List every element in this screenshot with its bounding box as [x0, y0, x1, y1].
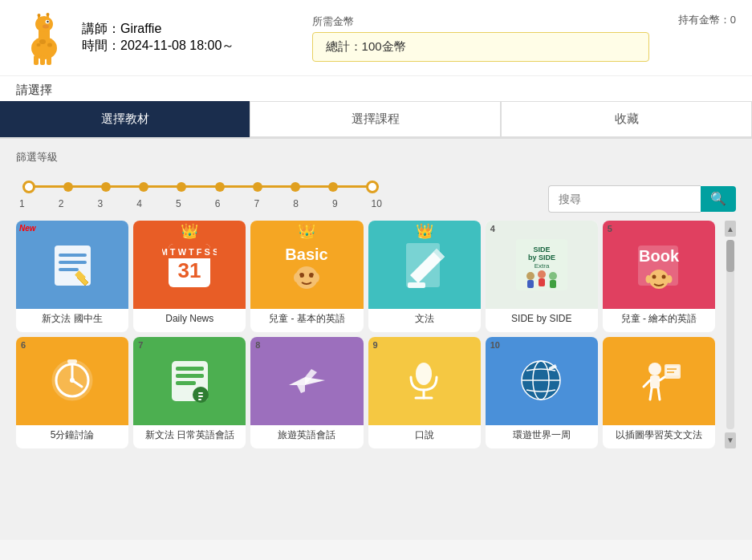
slider-dot-7[interactable]	[253, 182, 262, 192]
slider-handle-right[interactable]	[366, 181, 379, 193]
card-side-by-side[interactable]: 4 SIDE by SIDE Extra	[486, 221, 598, 332]
svg-rect-39	[527, 280, 534, 288]
card-5min[interactable]: 6 5分鐘討論	[16, 337, 128, 448]
svg-rect-59	[176, 374, 204, 378]
svg-rect-41	[539, 278, 545, 286]
slider-dot-5[interactable]	[177, 182, 186, 192]
svg-text:Basic: Basic	[286, 246, 328, 263]
card-label-3: 兒童 - 基本的英語	[250, 309, 363, 326]
card-image-10	[368, 337, 481, 425]
svg-text:M T W T F S S: M T W T F S S	[162, 247, 217, 257]
svg-point-13	[39, 39, 46, 44]
svg-point-42	[549, 272, 557, 280]
svg-rect-17	[59, 254, 87, 257]
svg-rect-78	[666, 366, 679, 375]
search-button[interactable]: 🔍	[701, 186, 736, 212]
svg-point-71	[648, 363, 661, 375]
svg-rect-72	[650, 375, 660, 388]
coins-total: 總計：100金幣	[326, 39, 406, 53]
scroll-up-button[interactable]: ▲	[725, 221, 736, 237]
card-new-badge: New	[19, 224, 36, 233]
card-kids-basic[interactable]: 👑 Basic 兒童 - 基本的英語	[250, 221, 363, 332]
filter-label: 篩選等級	[16, 150, 385, 164]
tab-materials[interactable]: 選擇教材	[0, 101, 250, 137]
svg-point-49	[645, 275, 651, 283]
svg-point-50	[666, 275, 672, 283]
card-number-6: 6	[21, 340, 26, 350]
time-label: 時間：	[82, 39, 120, 52]
cards-area: New 新文法 國中生 👑	[16, 221, 736, 448]
svg-line-74	[660, 377, 665, 380]
card-grammar-junior[interactable]: New 新文法 國中生	[16, 221, 128, 332]
header: 講師：Giraffie 時間：2024-11-08 18:00～ 所需金幣 總計…	[0, 0, 752, 76]
card-label-2: Daily News	[133, 309, 246, 326]
tab-courses[interactable]: 選擇課程	[250, 101, 501, 137]
svg-rect-64	[198, 399, 201, 400]
content-area: 篩選等級	[0, 139, 752, 540]
slider-handle-left[interactable]	[22, 181, 35, 193]
svg-text:31: 31	[178, 258, 201, 282]
time-value: 2024-11-08 18:00～	[120, 39, 234, 52]
card-world[interactable]: 10 環遊世界一周	[486, 337, 598, 448]
svg-rect-63	[198, 396, 203, 397]
svg-point-6	[38, 14, 41, 17]
svg-point-30	[294, 273, 300, 282]
card-speaking[interactable]: 9 口說	[368, 337, 481, 448]
svg-point-31	[313, 273, 319, 282]
svg-rect-12	[47, 55, 51, 65]
scroll-thumb[interactable]	[726, 240, 734, 272]
card-label-7: 5分鐘討論	[16, 425, 128, 442]
card-image-side: SIDE by SIDE Extra	[486, 221, 598, 309]
card-daily-news[interactable]: 👑 M T W T F S S 31 Daily News	[133, 221, 246, 332]
svg-point-8	[47, 13, 50, 16]
card-label-11: 環遊世界一周	[486, 425, 598, 442]
svg-rect-10	[34, 55, 39, 65]
card-number-5: 5	[608, 224, 612, 233]
search-input[interactable]	[548, 185, 701, 213]
tab-favorites[interactable]: 收藏	[501, 101, 752, 137]
card-label-8: 新文法 日常英語會話	[133, 425, 246, 442]
svg-rect-62	[198, 392, 203, 394]
slider-dot-3[interactable]	[101, 182, 111, 192]
card-label-4: 文法	[368, 309, 481, 326]
cards-grid: New 新文法 國中生 👑	[16, 221, 715, 448]
card-illustration-grammar[interactable]: 以插圖學習英文文法	[603, 337, 715, 448]
card-image-8	[133, 337, 246, 425]
svg-rect-43	[550, 280, 556, 288]
card-crown-3: 👑	[298, 222, 315, 240]
slider-dot-4[interactable]	[139, 182, 148, 192]
instructor-label: 講師：	[82, 22, 120, 35]
svg-line-76	[658, 388, 660, 400]
card-label-9: 旅遊英語會話	[250, 425, 363, 442]
svg-rect-19	[59, 268, 79, 271]
svg-rect-58	[176, 367, 204, 371]
coins-center: 所需金幣 總計：100金幣	[312, 14, 649, 62]
svg-point-15	[37, 43, 41, 47]
slider-dot-6[interactable]	[215, 182, 225, 192]
svg-text:Extra: Extra	[534, 262, 549, 270]
svg-rect-11	[40, 55, 45, 65]
card-image-7	[16, 337, 128, 425]
svg-line-75	[650, 388, 652, 400]
header-left: 講師：Giraffie 時間：2024-11-08 18:00～	[16, 10, 234, 66]
slider-dot-8[interactable]	[291, 182, 300, 192]
card-label-10: 口說	[368, 425, 481, 442]
card-kids-picture[interactable]: 5 Book 兒童 - 繪本的英語	[603, 221, 715, 332]
card-label-side: SIDE by SIDE	[486, 309, 598, 326]
card-label-1: 新文法 國中生	[16, 309, 128, 326]
level-slider[interactable]: 1 2 3 4 5 6 7 8 9 10	[16, 171, 385, 213]
card-grammar-daily[interactable]: 7 新文法 日常英語會話	[133, 337, 246, 448]
scrollbar-container: ▲ ▼	[725, 221, 736, 448]
svg-point-14	[47, 43, 52, 47]
slider-dot-2[interactable]	[63, 182, 73, 192]
slider-dot-9[interactable]	[328, 182, 338, 192]
svg-text:Book: Book	[639, 247, 680, 265]
scroll-down-button[interactable]: ▼	[725, 432, 736, 448]
coins-required-label: 所需金幣	[312, 14, 649, 29]
card-grammar[interactable]: 👑 文法	[368, 221, 481, 332]
svg-point-65	[416, 363, 432, 385]
card-image-9	[250, 337, 363, 425]
svg-rect-18	[59, 261, 87, 264]
scroll-track	[726, 240, 734, 429]
card-travel[interactable]: 8 旅遊英語會話	[250, 337, 363, 448]
